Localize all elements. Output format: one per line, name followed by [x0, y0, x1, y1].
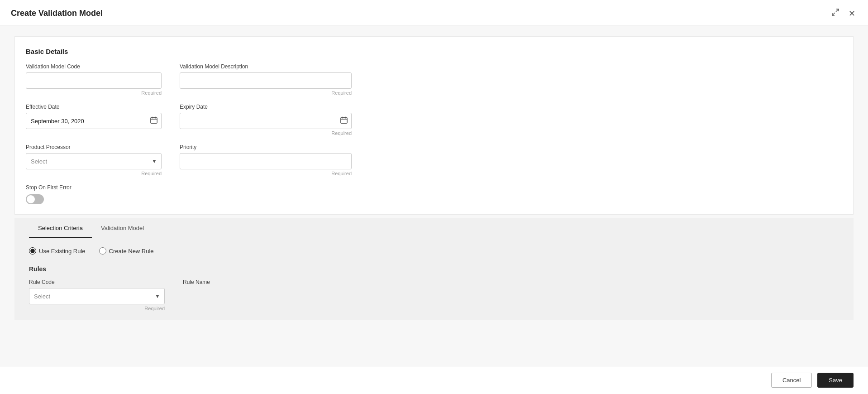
expiry-date-label: Expiry Date: [180, 104, 352, 110]
header-icons: ✕: [830, 7, 857, 19]
svg-rect-2: [151, 118, 157, 124]
rule-code-select[interactable]: Select: [29, 288, 165, 304]
rule-type-radio-group: Use Existing Rule Create New Rule: [29, 247, 839, 255]
expiry-date-group: Expiry Date Required: [180, 104, 352, 136]
validation-model-code-input[interactable]: [26, 72, 162, 89]
validation-model-code-required: Required: [26, 90, 162, 96]
tab-selection-criteria[interactable]: Selection Criteria: [29, 218, 92, 238]
form-row-2: Effective Date: [26, 104, 842, 136]
form-row-4: Stop On First Error: [26, 184, 842, 204]
validation-model-description-group: Validation Model Description Required: [180, 63, 352, 96]
create-new-rule-label: Create New Rule: [109, 248, 154, 255]
svg-rect-6: [341, 118, 347, 124]
close-icon[interactable]: ✕: [847, 8, 857, 19]
expiry-date-wrapper: [180, 113, 352, 129]
create-new-rule-radio[interactable]: [99, 247, 106, 255]
modal-header: Create Validation Model ✕: [0, 0, 868, 25]
expiry-date-calendar-icon[interactable]: [340, 116, 348, 126]
selection-criteria-content: Use Existing Rule Create New Rule Rules …: [14, 238, 854, 320]
rule-code-required: Required: [29, 306, 165, 311]
form-row-3: Product Processor Select ▼ Required Prio…: [26, 144, 842, 176]
effective-date-group: Effective Date: [26, 104, 162, 136]
stop-on-first-error-toggle[interactable]: [26, 194, 44, 204]
priority-label: Priority: [180, 144, 352, 150]
effective-date-wrapper: [26, 113, 162, 129]
priority-input[interactable]: [180, 153, 352, 169]
tabs-bar: Selection Criteria Validation Model: [14, 218, 854, 238]
rule-code-select-wrapper: Select ▼: [29, 288, 165, 304]
basic-details-section: Basic Details Validation Model Code Requ…: [14, 36, 854, 215]
product-processor-select-wrapper: Select ▼: [26, 153, 162, 169]
rule-name-label: Rule Name: [183, 279, 839, 285]
create-validation-modal: Create Validation Model ✕ Basic Details …: [0, 0, 868, 394]
rules-section: Rules Rule Code Select ▼ Required: [29, 265, 839, 311]
stop-on-first-error-label: Stop On First Error: [26, 184, 162, 191]
product-processor-group: Product Processor Select ▼ Required: [26, 144, 162, 176]
validation-model-description-required: Required: [180, 90, 352, 96]
product-processor-label: Product Processor: [26, 144, 162, 150]
validation-model-code-label: Validation Model Code: [26, 63, 162, 70]
create-new-rule-option[interactable]: Create New Rule: [99, 247, 154, 255]
use-existing-rule-option[interactable]: Use Existing Rule: [29, 247, 86, 255]
tab-validation-model[interactable]: Validation Model: [92, 218, 153, 238]
expiry-date-required: Required: [180, 130, 352, 136]
validation-model-description-label: Validation Model Description: [180, 63, 352, 70]
rules-title: Rules: [29, 265, 839, 273]
priority-group: Priority Required: [180, 144, 352, 176]
rules-columns: Rule Code Select ▼ Required Rule Name: [29, 279, 839, 311]
product-processor-select[interactable]: Select: [26, 153, 162, 169]
effective-date-input[interactable]: [26, 113, 162, 129]
product-processor-required: Required: [26, 171, 162, 176]
priority-required: Required: [180, 171, 352, 176]
use-existing-rule-radio[interactable]: [29, 247, 36, 255]
modal-body: Basic Details Validation Model Code Requ…: [0, 25, 868, 366]
validation-model-code-group: Validation Model Code Required: [26, 63, 162, 96]
use-existing-rule-label: Use Existing Rule: [39, 248, 86, 255]
effective-date-label: Effective Date: [26, 104, 162, 110]
modal-title: Create Validation Model: [11, 9, 103, 18]
rule-name-col: Rule Name: [183, 279, 839, 311]
expand-icon[interactable]: [830, 7, 841, 19]
stop-on-first-error-group: Stop On First Error: [26, 184, 162, 204]
basic-details-title: Basic Details: [26, 48, 842, 55]
expiry-date-input[interactable]: [180, 113, 352, 129]
effective-date-calendar-icon[interactable]: [150, 116, 158, 126]
rule-code-col: Rule Code Select ▼ Required: [29, 279, 165, 311]
form-row-1: Validation Model Code Required Validatio…: [26, 63, 842, 96]
cancel-button[interactable]: Cancel: [771, 373, 812, 388]
svg-line-1: [832, 13, 835, 15]
validation-model-description-input[interactable]: [180, 72, 352, 89]
modal-footer: Cancel Save: [0, 366, 868, 394]
svg-line-0: [836, 9, 839, 12]
tabs-section: Selection Criteria Validation Model Use …: [14, 218, 854, 320]
rule-code-label: Rule Code: [29, 279, 165, 285]
save-button[interactable]: Save: [817, 373, 854, 388]
